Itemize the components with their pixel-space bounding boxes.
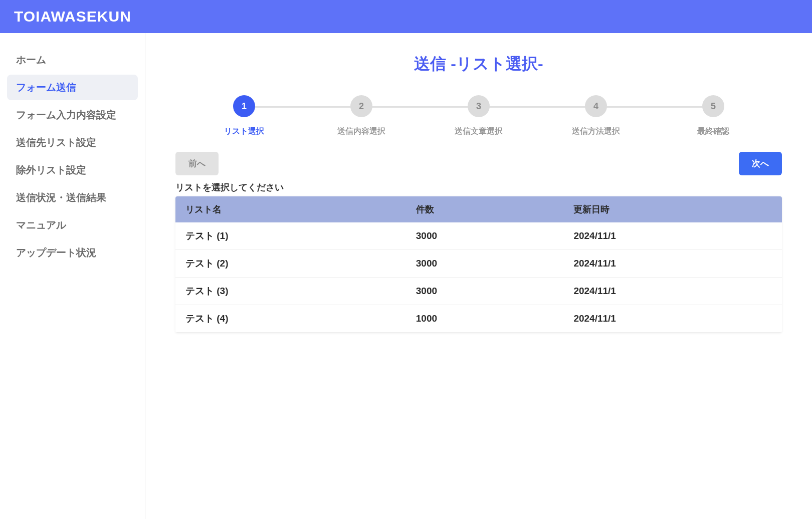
table-row[interactable]: テスト (1) 3000 2024/11/1 <box>175 222 782 250</box>
sidebar-item-label: マニュアル <box>16 219 66 230</box>
table-row[interactable]: テスト (3) 3000 2024/11/1 <box>175 278 782 305</box>
stepper: 1 リスト選択 2 送信内容選択 3 送信文章選択 4 送信方法選択 5 <box>175 95 782 137</box>
sidebar-item-update-status[interactable]: アップデート状況 <box>7 240 138 266</box>
column-header-date: 更新日時 <box>563 196 782 222</box>
main-content: 送信 -リスト選択- 1 リスト選択 2 送信内容選択 3 送信文章選択 4 送… <box>145 33 812 519</box>
list-table: リスト名 件数 更新日時 テスト (1) 3000 2024/11/1 テスト … <box>175 196 782 333</box>
app-logo: TOIAWASEKUN <box>14 8 131 25</box>
sidebar-item-form-send[interactable]: フォーム送信 <box>7 75 138 100</box>
sidebar: ホーム フォーム送信 フォーム入力内容設定 送信先リスト設定 除外リスト設定 送… <box>0 33 145 519</box>
step-line <box>244 106 361 108</box>
step-3[interactable]: 3 送信文章選択 <box>420 95 537 137</box>
step-circle: 5 <box>702 95 724 117</box>
cell-date: 2024/11/1 <box>563 278 782 305</box>
nav-buttons: 前へ 次へ <box>175 152 782 175</box>
step-circle: 1 <box>233 95 255 117</box>
next-button[interactable]: 次へ <box>739 152 782 175</box>
step-line <box>361 106 479 108</box>
sidebar-item-recipient-list-settings[interactable]: 送信先リスト設定 <box>7 130 138 155</box>
app-header: TOIAWASEKUN <box>0 0 812 33</box>
cell-date: 2024/11/1 <box>563 250 782 278</box>
sidebar-item-label: アップデート状況 <box>16 247 96 258</box>
step-label: 送信方法選択 <box>572 126 620 137</box>
step-circle: 3 <box>468 95 490 117</box>
sidebar-item-form-input-settings[interactable]: フォーム入力内容設定 <box>7 102 138 128</box>
cell-date: 2024/11/1 <box>563 222 782 250</box>
sidebar-item-home[interactable]: ホーム <box>7 47 138 73</box>
sidebar-item-label: フォーム入力内容設定 <box>16 109 116 120</box>
step-line <box>479 106 596 108</box>
step-5[interactable]: 5 最終確認 <box>655 95 772 137</box>
step-circle: 2 <box>350 95 372 117</box>
page-title: 送信 -リスト選択- <box>175 53 782 75</box>
step-label: 送信文章選択 <box>455 126 503 137</box>
cell-count: 1000 <box>406 305 564 333</box>
sidebar-item-label: ホーム <box>16 54 46 65</box>
table-body: テスト (1) 3000 2024/11/1 テスト (2) 3000 2024… <box>175 222 782 333</box>
cell-count: 3000 <box>406 278 564 305</box>
sidebar-item-label: フォーム送信 <box>16 82 76 93</box>
column-header-count: 件数 <box>406 196 564 222</box>
cell-name: テスト (2) <box>175 250 406 278</box>
step-label: リスト選択 <box>224 126 264 137</box>
prev-button[interactable]: 前へ <box>175 152 219 175</box>
table-row[interactable]: テスト (2) 3000 2024/11/1 <box>175 250 782 278</box>
step-label: 送信内容選択 <box>337 126 385 137</box>
cell-count: 3000 <box>406 250 564 278</box>
sidebar-item-exclude-list-settings[interactable]: 除外リスト設定 <box>7 157 138 183</box>
step-4[interactable]: 4 送信方法選択 <box>537 95 655 137</box>
step-2[interactable]: 2 送信内容選択 <box>303 95 420 137</box>
step-label: 最終確認 <box>697 126 729 137</box>
sidebar-item-manual[interactable]: マニュアル <box>7 212 138 238</box>
main-container: ホーム フォーム送信 フォーム入力内容設定 送信先リスト設定 除外リスト設定 送… <box>0 33 812 519</box>
sidebar-item-send-status-results[interactable]: 送信状況・送信結果 <box>7 185 138 210</box>
cell-count: 3000 <box>406 222 564 250</box>
sidebar-item-label: 送信先リスト設定 <box>16 137 96 148</box>
step-circle: 4 <box>585 95 607 117</box>
cell-name: テスト (1) <box>175 222 406 250</box>
sidebar-item-label: 送信状況・送信結果 <box>16 192 106 203</box>
cell-name: テスト (4) <box>175 305 406 333</box>
cell-name: テスト (3) <box>175 278 406 305</box>
table-header: リスト名 件数 更新日時 <box>175 196 782 222</box>
sidebar-item-label: 除外リスト設定 <box>16 164 86 175</box>
step-1[interactable]: 1 リスト選択 <box>185 95 303 137</box>
step-line <box>596 106 713 108</box>
table-instruction: リストを選択してください <box>175 181 782 193</box>
table-row[interactable]: テスト (4) 1000 2024/11/1 <box>175 305 782 333</box>
column-header-name: リスト名 <box>175 196 406 222</box>
cell-date: 2024/11/1 <box>563 305 782 333</box>
